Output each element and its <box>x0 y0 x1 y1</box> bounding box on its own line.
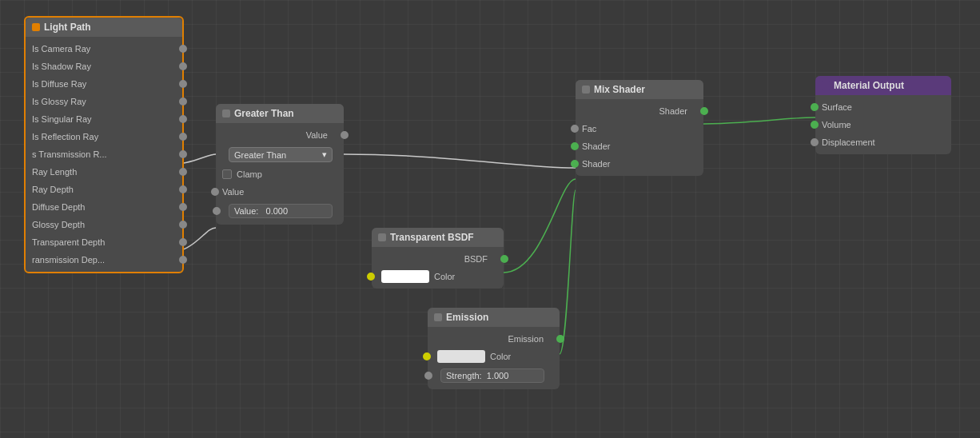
gt-value-in-socket[interactable] <box>211 188 219 196</box>
volume-label: Volume <box>822 120 851 129</box>
material-output-node[interactable]: Material Output Surface Volume Displacem… <box>815 76 951 154</box>
gt-value-out-socket[interactable] <box>341 131 349 139</box>
gt-value-in-label: Value <box>222 187 244 197</box>
displacement-label: Displacement <box>822 137 875 147</box>
emission-color-socket[interactable] <box>423 352 431 360</box>
light-path-header: Light Path <box>26 18 182 37</box>
camera-ray-row: Is Camera Ray <box>26 40 182 58</box>
emission-color-label: Color <box>490 352 511 361</box>
displacement-socket[interactable] <box>811 138 819 146</box>
diffuse-ray-row: Is Diffuse Ray <box>26 75 182 93</box>
material-output-body: Surface Volume Displacement <box>815 95 951 154</box>
mix-shader2-socket[interactable] <box>571 160 579 168</box>
gt-value-out-label: Value <box>306 130 328 140</box>
mix-shader-out-label: Shader <box>659 106 687 116</box>
light-path-body: Is Camera Ray Is Shadow Ray Is Diffuse R… <box>26 37 182 272</box>
ray-length-label: Ray Length <box>32 167 77 177</box>
gt-dropdown-arrow: ▾ <box>322 149 327 160</box>
reflection-ray-socket[interactable] <box>179 133 187 141</box>
camera-ray-socket[interactable] <box>179 45 187 53</box>
transparent-bsdf-node[interactable]: Transparent BSDF BSDF Color <box>372 228 504 289</box>
singular-ray-label: Is Singular Ray <box>32 114 92 124</box>
transmission-dep-row: ransmission Dep... <box>26 251 182 269</box>
ray-length-socket[interactable] <box>179 168 187 176</box>
transmission-dep-socket[interactable] <box>179 256 187 264</box>
emission-node[interactable]: Emission Emission Color Strength: 1.000 <box>428 308 560 389</box>
mix-shader1-socket[interactable] <box>571 142 579 150</box>
shadow-ray-socket[interactable] <box>179 62 187 70</box>
mix-shader-body: Shader Fac Shader Shader <box>576 99 703 176</box>
greater-than-icon <box>222 110 230 117</box>
mix-shader-title: Mix Shader <box>594 84 645 95</box>
bsdf-color-row: Color <box>372 268 504 285</box>
gt-clamp-checkbox[interactable] <box>222 169 232 179</box>
gt-clamp-row: Clamp <box>216 165 344 183</box>
emission-strength-text: Strength: 1.000 <box>446 371 508 380</box>
gt-clamp-label: Clamp <box>237 169 262 179</box>
emission-body: Emission Color Strength: 1.000 <box>428 327 560 389</box>
surface-label: Surface <box>822 102 852 112</box>
ray-depth-label: Ray Depth <box>32 185 74 194</box>
glossy-ray-socket[interactable] <box>179 98 187 106</box>
material-output-header: Material Output <box>815 76 951 95</box>
mix-shader-out-row: Shader <box>576 102 703 120</box>
gt-dropdown[interactable]: Greater Than ▾ <box>229 147 333 162</box>
singular-ray-row: Is Singular Ray <box>26 110 182 128</box>
reflection-ray-row: Is Reflection Ray <box>26 128 182 145</box>
emission-color-swatch[interactable] <box>437 350 485 363</box>
surface-socket[interactable] <box>811 103 819 111</box>
ray-depth-socket[interactable] <box>179 185 187 193</box>
greater-than-node[interactable]: Greater Than Value Greater Than ▾ Clamp … <box>216 104 344 225</box>
glossy-depth-socket[interactable] <box>179 221 187 229</box>
emission-out-label: Emission <box>508 334 544 344</box>
camera-ray-label: Is Camera Ray <box>32 44 90 54</box>
transparent-bsdf-title: Transparent BSDF <box>390 232 474 243</box>
emission-strength-input[interactable]: Strength: 1.000 <box>440 368 544 383</box>
mix-fac-socket[interactable] <box>571 125 579 133</box>
transparent-bsdf-icon <box>378 233 386 241</box>
gt-value-out-row: Value <box>216 126 344 144</box>
volume-row: Volume <box>815 116 951 133</box>
ray-depth-row: Ray Depth <box>26 181 182 198</box>
singular-ray-socket[interactable] <box>179 115 187 123</box>
diffuse-depth-row: Diffuse Depth <box>26 198 182 216</box>
bsdf-color-label: Color <box>434 272 455 281</box>
light-path-icon <box>32 23 40 31</box>
volume-socket[interactable] <box>811 121 819 129</box>
transparent-depth-socket[interactable] <box>179 238 187 246</box>
mix-shader-out-socket[interactable] <box>700 107 708 115</box>
reflection-ray-label: Is Reflection Ray <box>32 132 98 141</box>
mix-shader2-label: Shader <box>582 159 610 169</box>
gt-value-in-row: Value <box>216 183 344 201</box>
diffuse-ray-socket[interactable] <box>179 80 187 88</box>
light-path-node[interactable]: Light Path Is Camera Ray Is Shadow Ray I… <box>24 16 184 273</box>
bsdf-color-socket[interactable] <box>367 273 375 281</box>
mix-shader-node[interactable]: Mix Shader Shader Fac Shader Shader <box>576 80 703 176</box>
greater-than-title: Greater Than <box>234 108 294 119</box>
gt-value-input[interactable]: Value: 0.000 <box>229 204 333 218</box>
mix-shader1-label: Shader <box>582 141 610 151</box>
ray-length-row: Ray Length <box>26 163 182 181</box>
bsdf-color-swatch[interactable] <box>381 270 429 283</box>
bsdf-out-socket[interactable] <box>500 255 508 263</box>
greater-than-header: Greater Than <box>216 104 344 123</box>
glossy-depth-label: Glossy Depth <box>32 220 85 229</box>
transmission-row: s Transmission R... <box>26 145 182 163</box>
diffuse-depth-socket[interactable] <box>179 203 187 211</box>
transparent-bsdf-header: Transparent BSDF <box>372 228 504 247</box>
emission-header: Emission <box>428 308 560 327</box>
transmission-dep-label: ransmission Dep... <box>32 255 105 265</box>
transmission-label: s Transmission R... <box>32 149 107 159</box>
shadow-ray-label: Is Shadow Ray <box>32 62 91 71</box>
transmission-socket[interactable] <box>179 150 187 158</box>
mix-shader-icon <box>582 86 590 94</box>
emission-title: Emission <box>446 312 488 323</box>
mix-fac-row: Fac <box>576 120 703 137</box>
transparent-depth-row: Transparent Depth <box>26 233 182 251</box>
gt-value-input-text: Value: 0.000 <box>234 206 288 216</box>
gt-value-input-container: Value: 0.000 <box>216 201 344 221</box>
material-output-icon <box>822 82 830 90</box>
emission-out-socket[interactable] <box>556 335 564 343</box>
gt-value-input-socket[interactable] <box>213 207 221 215</box>
emission-strength-socket[interactable] <box>424 372 432 380</box>
